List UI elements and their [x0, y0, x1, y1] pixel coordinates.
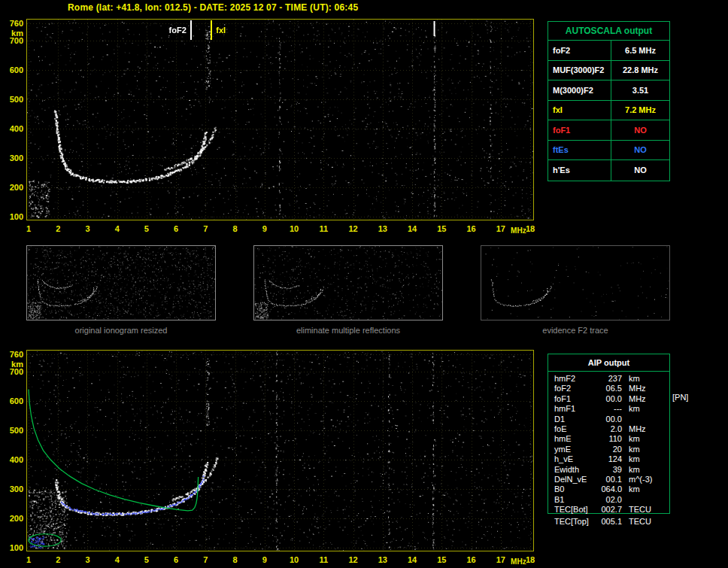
aip-row-delnve: DelN_vE00.1m^(-3) — [548, 475, 669, 484]
aip-label: ymE — [554, 445, 595, 454]
x-tick-label: 5 — [138, 224, 156, 233]
autoscala-row-value: NO — [611, 141, 669, 160]
aip-unit: m^(-3) — [629, 475, 652, 484]
aip-unit: TECU — [629, 505, 651, 515]
autoscala-row-value: 7.2 MHz — [611, 101, 669, 120]
autoscala-row-value: 3.51 — [611, 80, 669, 100]
aip-unit: MHz — [629, 424, 646, 434]
aip-unit: MHz — [629, 384, 646, 393]
aip-value: 00.0 — [595, 394, 622, 404]
x-tick-label: 13 — [374, 224, 392, 233]
y-tick-label: 500 — [3, 95, 23, 104]
tec-top-label: TEC[Top] — [554, 517, 595, 527]
aip-row-hmf2: hmF2237km — [548, 374, 669, 384]
autoscala-row-label: foF2 — [548, 41, 611, 60]
y-tick-label: 600 — [3, 396, 23, 405]
aip-value: 064.0 — [595, 484, 622, 494]
x-tick-label: 12 — [344, 555, 362, 564]
fof1-pn-note: [PN] — [672, 393, 688, 402]
aip-row-fof2: foF206.5MHz — [548, 384, 669, 393]
fxi-marker-label: fxI — [216, 26, 244, 35]
y-tick-label: 200 — [3, 183, 23, 192]
aip-label: D1 — [554, 415, 595, 424]
aip-unit: km — [629, 445, 640, 454]
aip-unit: km — [629, 465, 640, 475]
autoscala-row-value: NO — [611, 120, 669, 140]
y-tick-label: 760 — [3, 350, 23, 359]
autoscala-table-title: AUTOSCALA output — [548, 22, 669, 41]
tec-top-row: TEC[Top] 005.1 TECU — [548, 517, 669, 527]
y-tick-label: 300 — [3, 153, 23, 163]
bottom-ionogram-canvas — [27, 351, 533, 551]
autoscala-row-hes: h'EsNO — [548, 160, 669, 181]
aip-label: DelN_vE — [554, 475, 595, 484]
aip-row-yme: ymE20km — [548, 445, 669, 454]
aip-label: hmE — [554, 434, 595, 444]
aip-value: 00.1 — [595, 475, 622, 484]
x-tick-label: 12 — [344, 224, 362, 233]
x-tick-label: 6 — [167, 555, 185, 564]
autoscala-window: Rome (lat: +41.8, lon: 012.5) - DATE: 20… — [0, 0, 728, 568]
x-tick-label: 7 — [196, 555, 214, 564]
thumbnail-eliminate-reflections — [253, 245, 443, 320]
x-tick-label: 15 — [432, 224, 450, 233]
autoscala-row-label: ftEs — [548, 141, 611, 160]
x-tick-label: 2 — [49, 224, 67, 233]
x-tick-label: 6 — [167, 224, 185, 233]
aip-label: Ewidth — [554, 465, 595, 475]
aip-row-hme: hmE110km — [548, 434, 669, 444]
aip-label: B0 — [554, 484, 595, 494]
autoscala-row-label: fxI — [548, 101, 611, 120]
top-ionogram-canvas — [27, 20, 533, 220]
aip-row-b1: B102.0 — [548, 495, 669, 505]
x-tick-label: 14 — [403, 224, 421, 233]
autoscala-row-muf3000f2: MUF(3000)F222.8 MHz — [548, 61, 669, 81]
autoscala-row-label: M(3000)F2 — [548, 80, 611, 100]
x-tick-label: 2 — [49, 555, 67, 564]
x-tick-label: 10 — [285, 224, 303, 233]
tec-top-unit: TECU — [629, 517, 651, 527]
y-tick-label: 700 — [3, 36, 23, 45]
thumbnail-caption-eliminate: eliminate multiple reflections — [253, 326, 443, 335]
y-axis-unit-label: km — [3, 360, 23, 369]
thumbnail-original-canvas — [27, 246, 215, 320]
aip-unit: km — [629, 454, 640, 464]
y-tick-label: 100 — [3, 543, 23, 552]
thumbnail-original-ionogram — [26, 245, 216, 320]
aip-row-b0: B0064.0km — [548, 484, 669, 494]
fof2-marker-label: foF2 — [158, 26, 187, 35]
aip-value: 00.0 — [595, 415, 622, 424]
y-tick-label: 400 — [3, 455, 23, 464]
x-tick-label: 11 — [314, 555, 332, 564]
autoscala-row-value: 22.8 MHz — [611, 61, 669, 80]
aip-label: hmF1 — [554, 404, 595, 414]
aip-table-title: AIP output — [548, 354, 669, 372]
autoscala-row-m3000f2: M(3000)F23.51 — [548, 80, 669, 101]
x-tick-label: 15 — [432, 555, 450, 564]
thumbnail-eliminate-canvas — [254, 246, 442, 320]
aip-unit: km — [629, 434, 640, 444]
fxi-marker-line — [211, 20, 212, 40]
x-tick-label: 3 — [78, 224, 96, 233]
y-tick-label: 760 — [3, 19, 23, 28]
autoscala-row-fxi: fxI7.2 MHz — [548, 101, 669, 121]
y-tick-label: 600 — [3, 65, 23, 74]
x-tick-label: 14 — [403, 555, 421, 564]
y-tick-label: 100 — [3, 212, 23, 221]
x-tick-label: 7 — [196, 224, 214, 233]
y-axis-unit-label: km — [3, 29, 23, 38]
aip-row-tecbot: TEC[Bot]002.7TECU — [548, 505, 669, 515]
thumbnail-evidence-canvas — [481, 246, 669, 320]
aip-value: 110 — [595, 434, 622, 444]
aip-table-body: hmF2237kmfoF206.5MHzfoF100.0MHzhmF1---km… — [548, 372, 669, 515]
aip-output-table: AIP output hmF2237kmfoF206.5MHzfoF100.0M… — [548, 354, 670, 514]
y-tick-label: 700 — [3, 367, 23, 376]
fof2-marker-line — [190, 20, 192, 40]
x-tick-label: 8 — [226, 224, 244, 233]
autoscala-row-fof2: foF26.5 MHz — [548, 41, 669, 61]
tec-top-value: 005.1 — [595, 517, 622, 527]
aip-label: h_vE — [554, 454, 595, 464]
aip-label: TEC[Bot] — [554, 505, 595, 515]
aip-label: hmF2 — [554, 374, 595, 384]
x-tick-label: 1 — [20, 224, 38, 233]
